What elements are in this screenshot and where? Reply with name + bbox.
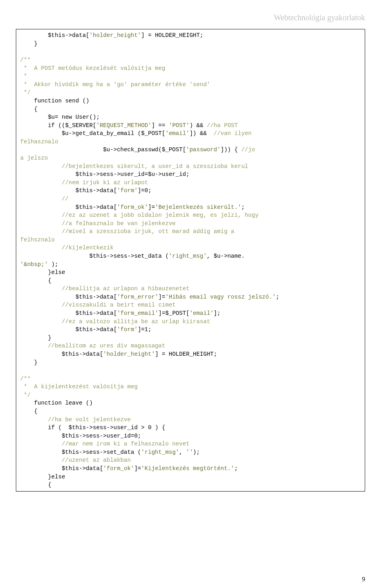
code-line: $this->data['holder_height'] = HOLDER_HE…: [20, 351, 217, 357]
page-container: Webtechnológia gyakorlatok $this->data['…: [0, 0, 381, 588]
code-line: //uzenet az ablakban: [20, 457, 131, 463]
code-comment: */: [20, 392, 31, 398]
code-line: $this->data['form']=0;: [20, 187, 152, 194]
code-line: //mar nem irom ki a felhasznalo nevet: [20, 441, 189, 447]
code-comment: a jelszo: [20, 155, 48, 161]
code-line: $u= new User();: [20, 114, 100, 120]
code-line: if (($_SERVER['REQUEST_METHOD'] == 'POST…: [20, 122, 238, 129]
code-line: //ha be volt jelentkezve: [20, 416, 131, 423]
code-comment: * A POST metódus kezelését valósítja meg: [20, 65, 165, 71]
code-line: }: [20, 359, 38, 366]
code-line: $this->data['form_error']='Hibás email v…: [20, 294, 279, 300]
code-comment: /**: [20, 57, 31, 63]
code-line: //ez az uzenet a jobb oldalon jelenik me…: [20, 212, 258, 218]
page-header: Webtechnológia gyakorlatok: [16, 12, 365, 23]
code-line: //mivel a szesszioba irjuk, ott marad ad…: [20, 228, 235, 235]
code-line: $this->data['form_ok']='Kijelentkezés me…: [20, 465, 238, 472]
code-line: $u->check_passwd($_POST['password'])) { …: [20, 147, 255, 153]
code-line: $this->data['form']=1;: [20, 326, 152, 333]
code-comment: felhasznalo: [20, 139, 58, 145]
code-line: function leave (): [20, 400, 93, 406]
code-line: $this->sess->set_data ('right_msg', $u->…: [20, 253, 245, 259]
code-line: }else: [20, 269, 65, 276]
code-comment: /**: [20, 376, 31, 382]
code-comment: *: [20, 73, 27, 79]
code-line: //a felhasznalo be van jelenkezve: [20, 220, 176, 227]
code-line: $this->sess->set_data ('right_msg', '');: [20, 449, 200, 455]
code-line: //beallitja az urlapon a hibauzenetet: [20, 285, 189, 292]
code-line: $this->data['holder_height'] = HOLDER_HE…: [20, 32, 203, 39]
code-line: $this->sess->user_id=0;: [20, 433, 141, 439]
code-comment: * A kijelentkezést valósítja meg: [20, 384, 138, 390]
code-line: //ez a valtozo allitja be az urlap kiira…: [20, 318, 210, 325]
code-line: $this->data['form_email']=$_POST['email'…: [20, 310, 221, 316]
code-line: //beallitom az ures div magassagat: [20, 343, 165, 349]
code-line: $u->get_data_by_email ($_POST['email']) …: [20, 130, 252, 137]
page-number: 9: [362, 575, 365, 584]
code-line: }: [20, 40, 38, 47]
code-line: //nem irjuk ki az urlapot: [20, 179, 148, 186]
code-line: }: [20, 335, 51, 341]
code-line: {: [20, 106, 38, 112]
code-block: $this->data['holder_height'] = HOLDER_HE…: [16, 29, 365, 491]
code-line: {: [20, 278, 51, 284]
code-line: $this->data['form_ok']='Bejelentkezés si…: [20, 204, 245, 210]
code-line: {: [20, 482, 51, 488]
code-line: //visszakuldi a beirt email cimet: [20, 302, 176, 308]
code-line: {: [20, 408, 38, 414]
code-line: '&nbsp;' );: [20, 261, 58, 268]
code-line: //: [20, 196, 69, 202]
code-line: if ( $this->sess->user_id > 0 ) {: [20, 424, 165, 431]
code-line: $this->sess->user_id=$u->user_id;: [20, 171, 189, 177]
code-line: //kijelentkezik: [20, 245, 114, 251]
code-line: //bejelentkezes sikerult, a user_id a sz…: [20, 163, 248, 170]
code-comment: felhsznalo: [20, 237, 55, 243]
code-line: function send (): [20, 98, 89, 104]
code-comment: * Akkor hívódik meg ha a 'go' paraméter …: [20, 81, 210, 88]
code-line: }else: [20, 474, 65, 480]
code-comment: */: [20, 89, 31, 96]
